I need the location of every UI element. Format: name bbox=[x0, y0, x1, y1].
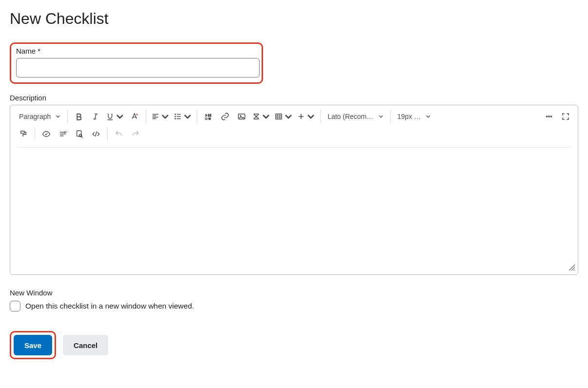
equation-button[interactable] bbox=[250, 108, 272, 125]
font-family-select[interactable]: Lato (Recom… bbox=[323, 108, 387, 125]
code-icon bbox=[92, 130, 100, 138]
plus-icon bbox=[297, 112, 305, 121]
align-button[interactable] bbox=[149, 108, 171, 125]
underline-icon bbox=[106, 112, 114, 121]
insert-more-button[interactable] bbox=[295, 108, 317, 125]
page-title: New Checklist bbox=[10, 10, 578, 28]
save-button-highlight: Save bbox=[10, 331, 56, 359]
svg-point-0 bbox=[175, 114, 176, 115]
chevron-down-icon bbox=[306, 112, 315, 121]
preview-button[interactable] bbox=[71, 126, 88, 142]
svg-point-2 bbox=[175, 118, 176, 119]
align-left-icon bbox=[151, 112, 160, 121]
name-label: Name * bbox=[16, 47, 257, 55]
insert-image-button[interactable] bbox=[233, 108, 250, 125]
svg-point-10 bbox=[546, 116, 548, 117]
list-icon bbox=[173, 112, 182, 121]
button-row: Save Cancel bbox=[10, 331, 578, 359]
insert-link-button[interactable] bbox=[217, 108, 233, 125]
sigma-icon bbox=[252, 112, 261, 121]
italic-button[interactable] bbox=[87, 108, 104, 125]
svg-text:123: 123 bbox=[64, 131, 67, 134]
svg-rect-6 bbox=[209, 118, 211, 120]
fullscreen-icon bbox=[561, 112, 570, 121]
new-window-checkbox[interactable] bbox=[10, 301, 20, 311]
format-painter-icon bbox=[19, 130, 28, 138]
link-icon bbox=[221, 112, 229, 121]
svg-point-12 bbox=[550, 116, 552, 117]
chevron-down-icon bbox=[56, 114, 60, 119]
word-count-button[interactable]: 123 bbox=[55, 126, 71, 142]
toolbar-separator bbox=[320, 110, 321, 123]
paragraph-style-label: Paragraph bbox=[19, 113, 51, 120]
name-input[interactable] bbox=[16, 58, 260, 78]
new-window-heading: New Window bbox=[10, 289, 578, 297]
editor-body[interactable] bbox=[10, 148, 578, 274]
chevron-down-icon bbox=[284, 112, 293, 121]
insert-stuff-icon bbox=[204, 112, 213, 121]
toolbar-separator bbox=[35, 128, 35, 140]
new-window-checkbox-label: Open this checklist in a new window when… bbox=[25, 302, 194, 310]
rich-text-editor: Paragraph bbox=[10, 105, 578, 275]
chevron-down-icon bbox=[115, 112, 124, 121]
editor-toolbar-row-1: Paragraph bbox=[10, 105, 578, 125]
chevron-down-icon bbox=[262, 112, 270, 121]
editor-toolbar-row-2: 123 bbox=[10, 125, 578, 145]
undo-button[interactable] bbox=[111, 126, 127, 142]
image-icon bbox=[237, 112, 246, 121]
ellipsis-icon bbox=[545, 112, 553, 121]
text-color-icon bbox=[130, 112, 139, 121]
resize-handle[interactable] bbox=[568, 264, 576, 273]
font-family-label: Lato (Recom… bbox=[327, 113, 373, 120]
page-search-icon bbox=[75, 130, 84, 138]
save-button[interactable]: Save bbox=[14, 335, 52, 355]
font-size-select[interactable]: 19px … bbox=[394, 108, 435, 125]
svg-rect-13 bbox=[21, 131, 25, 134]
redo-icon bbox=[131, 130, 140, 138]
format-painter-button[interactable] bbox=[15, 126, 32, 142]
name-field-highlight: Name * bbox=[10, 42, 263, 84]
svg-point-11 bbox=[549, 116, 550, 117]
svg-point-1 bbox=[175, 116, 176, 117]
bold-button[interactable] bbox=[71, 108, 87, 125]
insert-stuff-button[interactable] bbox=[200, 108, 217, 125]
fullscreen-button[interactable] bbox=[557, 108, 574, 125]
chevron-down-icon bbox=[426, 114, 431, 119]
svg-rect-9 bbox=[276, 114, 282, 119]
text-color-button[interactable] bbox=[126, 108, 143, 125]
eye-check-icon bbox=[42, 130, 51, 138]
toolbar-separator bbox=[146, 110, 146, 123]
toolbar-separator bbox=[107, 128, 108, 140]
bold-icon bbox=[75, 112, 83, 121]
undo-icon bbox=[114, 130, 123, 138]
toolbar-separator bbox=[197, 110, 197, 123]
more-actions-button[interactable] bbox=[541, 108, 557, 125]
italic-icon bbox=[91, 112, 100, 121]
chevron-down-icon bbox=[379, 114, 383, 119]
accessibility-checker-button[interactable] bbox=[38, 126, 55, 142]
list-button[interactable] bbox=[171, 108, 194, 125]
svg-rect-3 bbox=[209, 114, 209, 117]
chevron-down-icon bbox=[161, 112, 170, 121]
source-code-button[interactable] bbox=[88, 126, 104, 142]
toolbar-separator bbox=[67, 110, 68, 123]
cancel-button[interactable]: Cancel bbox=[63, 335, 108, 355]
table-icon bbox=[274, 112, 283, 121]
table-button[interactable] bbox=[272, 108, 295, 125]
word-count-icon: 123 bbox=[58, 130, 67, 138]
chevron-down-icon bbox=[183, 112, 192, 121]
svg-point-5 bbox=[206, 118, 208, 120]
paragraph-style-select[interactable]: Paragraph bbox=[15, 108, 64, 125]
resize-icon bbox=[568, 264, 576, 272]
underline-button[interactable] bbox=[104, 108, 126, 125]
description-label: Description bbox=[10, 94, 578, 102]
redo-button[interactable] bbox=[127, 126, 144, 142]
svg-rect-4 bbox=[210, 114, 211, 117]
toolbar-separator bbox=[390, 110, 391, 123]
font-size-label: 19px … bbox=[398, 113, 421, 120]
